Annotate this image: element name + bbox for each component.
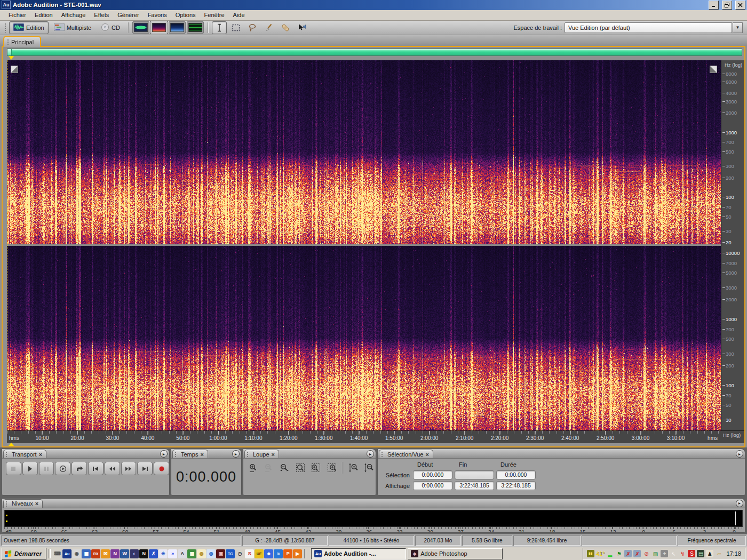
builder-tool-icon[interactable]: ▩: [187, 549, 196, 558]
scroll-handle-right[interactable]: [710, 66, 717, 73]
play-from-cursor-button[interactable]: [55, 462, 70, 475]
zoom-out-full-button[interactable]: [278, 461, 291, 474]
panel-menu-icon[interactable]: ►: [232, 450, 240, 458]
media-player-icon[interactable]: ◉: [72, 549, 81, 558]
spectral-pan-view-button[interactable]: [169, 21, 186, 34]
menu-fichier[interactable]: Fichier: [4, 12, 30, 18]
audition-quicklaunch-icon[interactable]: Au: [62, 549, 71, 558]
swoosh-app-icon[interactable]: ≈: [274, 549, 283, 558]
menu-effets[interactable]: Effets: [90, 12, 113, 18]
task-adobe-photoshop[interactable]: ◆Adobe Photoshop: [408, 548, 503, 559]
close-icon[interactable]: ×: [200, 452, 203, 457]
close-icon[interactable]: ×: [39, 452, 42, 457]
play-looped-button[interactable]: [71, 462, 87, 475]
effects-paintbrush-tool-button[interactable]: [261, 21, 276, 34]
zoom-in-vertical-button[interactable]: [346, 461, 360, 474]
total-commander-icon[interactable]: TC: [226, 549, 235, 558]
zoom-selection-left-button[interactable]: [309, 461, 323, 474]
minimized-meter-icon[interactable]: ▂: [606, 550, 614, 557]
panel-menu-icon[interactable]: ►: [367, 450, 374, 458]
rewind-button[interactable]: [105, 462, 120, 475]
mail-icon[interactable]: ✉: [101, 549, 110, 558]
media-indicator-icon[interactable]: ▮▮: [587, 550, 594, 557]
scrub-tool-button[interactable]: [295, 21, 309, 34]
play-button[interactable]: [22, 462, 38, 475]
scroll-handle-left[interactable]: [11, 66, 18, 73]
star-tool-icon[interactable]: ✳: [158, 549, 168, 558]
zoom-in-horizontal-button[interactable]: [247, 461, 260, 474]
pointer-settings-icon[interactable]: ↖: [670, 550, 677, 557]
mouse-settings-icon[interactable]: ⌖: [661, 550, 668, 557]
field-selection-fin[interactable]: [455, 470, 494, 479]
zoom-selection-right-button[interactable]: [325, 461, 338, 474]
pet-app-icon[interactable]: ♟: [706, 550, 713, 557]
level-meter[interactable]: [4, 510, 743, 527]
timeline-ruler[interactable]: hms hms 10:0020:0030:0040:0050:001:00:00…: [7, 430, 721, 443]
network-disabled-1-icon[interactable]: ✗: [624, 550, 632, 557]
task-adobe-audition[interactable]: AuAdobe Audition -...: [311, 548, 406, 559]
close-icon[interactable]: ×: [35, 501, 38, 506]
menu-favoris[interactable]: Favoris: [144, 12, 171, 18]
overview-scrollbar[interactable]: [7, 49, 742, 56]
menu-aide[interactable]: Aide: [229, 12, 249, 18]
pdf-creator-icon[interactable]: P: [283, 549, 292, 558]
onenote-icon[interactable]: N: [110, 549, 120, 558]
globe-gold-icon[interactable]: ◍: [197, 549, 206, 558]
netscape-icon[interactable]: ◐: [130, 549, 139, 558]
spectral-display[interactable]: [7, 60, 721, 430]
pause-button[interactable]: [39, 462, 54, 475]
mode-cd-button[interactable]: CD: [97, 21, 124, 34]
record-button[interactable]: [154, 462, 169, 475]
sound-blaster-icon[interactable]: S: [245, 549, 254, 558]
zoom-to-selection-button[interactable]: [293, 461, 307, 474]
navigator-icon[interactable]: N: [139, 549, 148, 558]
spectral-frequency-view-button[interactable]: [150, 21, 168, 34]
izotope-rx-icon[interactable]: RX: [91, 549, 100, 558]
tab-niveaux[interactable]: Niveaux ×: [3, 499, 43, 508]
antivirus-icon[interactable]: S: [688, 550, 695, 557]
fast-forward-button[interactable]: [121, 462, 137, 475]
field-affichage-fin[interactable]: 3:22:48.185: [455, 481, 494, 490]
field-affichage-debut[interactable]: 0:00.000: [413, 481, 452, 490]
close-icon[interactable]: ×: [425, 452, 428, 457]
playhead-marker-top[interactable]: [9, 56, 14, 60]
playhead-marker-bottom[interactable]: [9, 443, 14, 446]
toolbar-grip[interactable]: [4, 23, 7, 33]
show-desktop-icon[interactable]: ⌨: [53, 549, 62, 558]
workspace-select[interactable]: Vue Edition (par défaut): [565, 22, 732, 33]
close-button[interactable]: [735, 1, 745, 10]
panel-menu-icon[interactable]: ►: [160, 450, 168, 458]
marquee-selection-tool-button[interactable]: [228, 21, 243, 34]
media-center-icon[interactable]: ▶: [293, 549, 302, 558]
panel-menu-icon[interactable]: ►: [736, 450, 743, 458]
acrobat-icon[interactable]: A: [178, 549, 187, 558]
tab-principal[interactable]: Principal: [3, 36, 41, 47]
menu-fenetre[interactable]: Fenêtre: [200, 12, 229, 18]
db-ruler[interactable]: dB -69-66-63-60-57-54-51-48-45-42-39-36-…: [4, 527, 743, 533]
workspace-dropdown-button[interactable]: ▼: [733, 22, 743, 33]
taskbar-clock[interactable]: 17:18: [726, 550, 741, 557]
time-selection-tool-button[interactable]: [212, 21, 227, 34]
start-button[interactable]: Démarrer: [2, 548, 46, 560]
waveform-view-button[interactable]: [132, 21, 149, 34]
panel-menu-icon[interactable]: ►: [736, 500, 743, 507]
tab-selection-vue[interactable]: Sélection/Vue ×: [379, 450, 433, 458]
stop-button[interactable]: [6, 462, 21, 475]
overview-thumb[interactable]: [7, 49, 12, 55]
restore-button[interactable]: [722, 1, 732, 10]
ultraedit-icon[interactable]: UE: [255, 549, 264, 558]
menu-options[interactable]: Options: [171, 12, 200, 18]
menu-affichage[interactable]: Affichage: [57, 12, 90, 18]
tab-temps[interactable]: Temps ×: [172, 450, 208, 458]
zoom-out-vertical-button[interactable]: [362, 461, 376, 474]
field-selection-debut[interactable]: 0:00.000: [413, 470, 452, 479]
field-selection-duree[interactable]: 0:00.000: [496, 470, 536, 479]
tab-loupe[interactable]: Loupe ×: [244, 450, 279, 458]
spot-healing-brush-tool-button[interactable]: [278, 21, 293, 34]
spectral-phase-view-button[interactable]: [187, 21, 204, 34]
minimize-button[interactable]: [709, 1, 719, 10]
network-disabled-2-icon[interactable]: ✗: [633, 550, 641, 557]
title-bar[interactable]: Au Adobe Audition - STE-001.wav: [0, 0, 747, 10]
go-to-end-button[interactable]: [137, 462, 153, 475]
field-affichage-duree[interactable]: 3:22:48.185: [496, 481, 536, 490]
